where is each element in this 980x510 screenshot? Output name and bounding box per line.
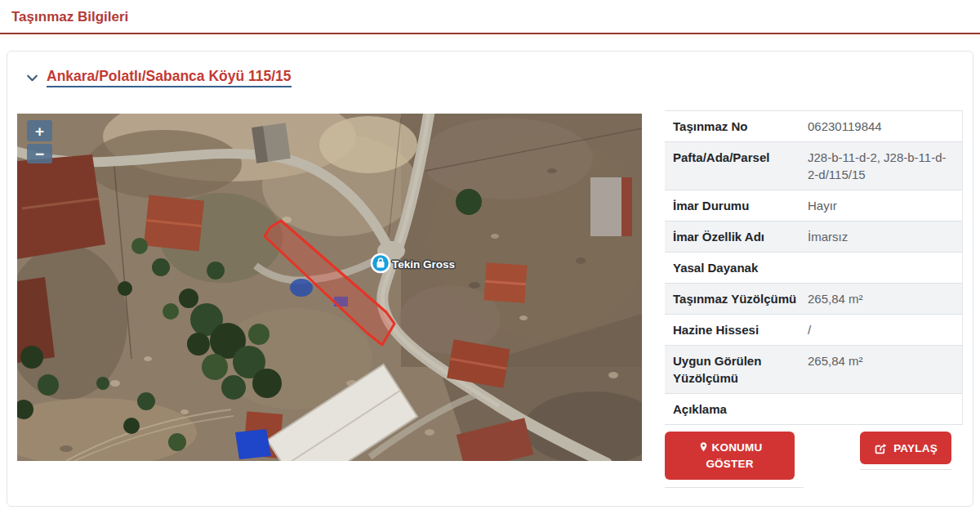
share-cell: PAYLAŞ: [860, 432, 951, 488]
table-row: Yasal Dayanak: [665, 253, 962, 284]
row-label: İmar Özellik Adı: [673, 228, 808, 245]
row-value: 06230119844: [808, 118, 954, 135]
table-row: İmar Özellik Adı İmarsız: [665, 221, 962, 253]
table-row: Hazine Hissesi /: [665, 315, 962, 346]
row-label: Yasal Dayanak: [673, 259, 808, 276]
poi-label: Tekin Gross: [392, 258, 455, 271]
row-label: Uygun Görülen Yüzölçümü: [673, 352, 808, 387]
share-button[interactable]: PAYLAŞ: [860, 432, 951, 464]
row-label: İmar Durumu: [673, 197, 808, 214]
share-icon: [874, 441, 888, 455]
table-row: Taşınmaz No 06230119844: [665, 111, 962, 142]
title-divider: [0, 33, 980, 34]
card-header: Ankara/Polatlı/Sabanca Köyü 115/15: [7, 51, 973, 97]
table-row: Açıklama: [665, 394, 962, 425]
table-row: Uygun Görülen Yüzölçümü 265,84 m²: [665, 346, 962, 394]
zoom-out-icon[interactable]: −: [35, 145, 44, 163]
row-value: /: [808, 321, 954, 338]
share-label: PAYLAŞ: [893, 442, 938, 454]
table-row: Taşınmaz Yüzölçümü 265,84 m²: [665, 284, 962, 315]
property-details: Taşınmaz No 06230119844 Pafta/Ada/Parsel…: [665, 110, 963, 488]
property-card: Ankara/Polatlı/Sabanca Köyü 115/15: [7, 51, 973, 507]
row-label: Açıklama: [673, 400, 808, 418]
row-label: Hazine Hissesi: [673, 321, 808, 338]
row-label: Taşınmaz No: [673, 118, 808, 135]
row-value: [808, 259, 954, 276]
satellite-map[interactable]: Tekin Gross + −: [17, 114, 642, 461]
row-value: J28-b-11-d-2, J28-b-11-d-2-d/115/15: [808, 149, 954, 183]
row-value: 265,84 m²: [808, 290, 954, 307]
row-value: Hayır: [808, 197, 954, 214]
table-row: Pafta/Ada/Parsel J28-b-11-d-2, J28-b-11-…: [665, 142, 962, 190]
actions-row: KONUMU GÖSTER PAYLAŞ: [665, 432, 963, 488]
card-content: Tekin Gross + − Taşınmaz No 06230119844 …: [7, 97, 973, 488]
property-table: Taşınmaz No 06230119844 Pafta/Ada/Parsel…: [665, 110, 963, 425]
show-location-cell: KONUMU GÖSTER: [665, 432, 804, 488]
show-location-button[interactable]: KONUMU GÖSTER: [665, 432, 795, 480]
table-row: İmar Durumu Hayır: [665, 190, 962, 221]
row-label: Taşınmaz Yüzölçümü: [673, 290, 808, 307]
row-label: Pafta/Ada/Parsel: [673, 149, 808, 183]
row-value: İmarsız: [808, 228, 954, 245]
show-location-label: KONUMU GÖSTER: [706, 441, 762, 470]
page-title: Taşınmaz Bilgileri: [0, 0, 980, 33]
location-link[interactable]: Ankara/Polatlı/Sabanca Köyü 115/15: [47, 68, 292, 87]
location-pin-icon: [697, 441, 710, 454]
row-value: [808, 400, 954, 418]
row-value: 265,84 m²: [808, 352, 954, 387]
chevron-down-icon[interactable]: [25, 71, 39, 85]
cell-divider: [665, 487, 804, 488]
cell-divider: [860, 469, 951, 470]
zoom-in-icon[interactable]: +: [35, 123, 44, 140]
